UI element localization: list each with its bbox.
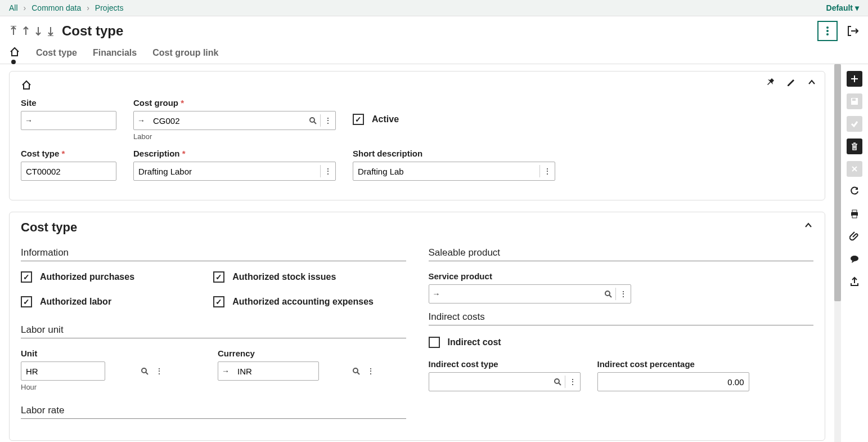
indirect-cost-label: Indirect cost bbox=[448, 337, 501, 347]
goto-icon[interactable]: → bbox=[218, 367, 233, 376]
currency-input[interactable] bbox=[233, 362, 349, 380]
dots-vertical-icon[interactable]: ⋮ bbox=[565, 377, 580, 386]
indirect-cost-type-input-wrap: ⋮ bbox=[429, 372, 581, 391]
nav-arrows bbox=[9, 26, 55, 36]
scrollbar-thumb[interactable] bbox=[834, 64, 841, 301]
dots-vertical-icon bbox=[826, 26, 829, 36]
auth-labor-label: Authorized labor bbox=[40, 297, 111, 307]
auth-stock-checkbox[interactable] bbox=[213, 271, 224, 283]
short-desc-input[interactable] bbox=[353, 162, 539, 180]
auth-acct-checkbox[interactable] bbox=[213, 296, 224, 307]
exit-icon[interactable] bbox=[847, 25, 859, 37]
next-record-icon[interactable] bbox=[34, 26, 43, 36]
breadcrumb-projects[interactable]: Projects bbox=[95, 3, 124, 12]
left-column: Information Authorized purchases Authori… bbox=[21, 244, 406, 429]
short-desc-input-wrap: ⋮ bbox=[353, 162, 555, 181]
search-icon[interactable] bbox=[305, 117, 320, 124]
saleable-title: Saleable product bbox=[429, 247, 814, 261]
right-sidebar bbox=[841, 64, 868, 442]
unit-input-wrap: ⋮ bbox=[21, 361, 105, 381]
cancel-button[interactable] bbox=[847, 161, 862, 177]
cost-group-input[interactable] bbox=[149, 111, 305, 130]
cost-group-input-wrap: → ⋮ bbox=[133, 111, 336, 130]
site-label: Site bbox=[21, 98, 116, 108]
prev-record-icon[interactable] bbox=[21, 26, 30, 36]
svg-point-6 bbox=[353, 368, 358, 373]
save-button[interactable] bbox=[847, 93, 862, 109]
breadcrumb-all[interactable]: All bbox=[9, 3, 18, 12]
svg-rect-12 bbox=[852, 210, 857, 212]
section-title: Cost type bbox=[21, 220, 813, 235]
indirect-cost-type-input[interactable] bbox=[429, 373, 550, 391]
dots-vertical-icon[interactable]: ⋮ bbox=[152, 367, 167, 376]
active-checkbox[interactable] bbox=[353, 114, 364, 125]
svg-rect-10 bbox=[852, 99, 856, 101]
site-input-wrap: → ⋮ bbox=[21, 111, 116, 130]
pin-icon[interactable] bbox=[766, 77, 776, 87]
description-input[interactable] bbox=[134, 162, 320, 180]
chevron-up-icon[interactable] bbox=[807, 77, 817, 87]
tab-cost-group-link[interactable]: Cost group link bbox=[152, 46, 218, 60]
auth-purchases-checkbox[interactable] bbox=[21, 271, 32, 283]
right-column: Saleable product Service product → ⋮ Ind… bbox=[429, 244, 814, 429]
dots-vertical-icon[interactable]: ⋮ bbox=[321, 116, 335, 125]
indirect-cost-type-label: Indirect cost type bbox=[429, 359, 581, 369]
tabs-row: Cost type Financials Cost group link bbox=[0, 46, 868, 64]
tab-cost-type[interactable]: Cost type bbox=[36, 46, 77, 60]
add-button[interactable] bbox=[847, 71, 862, 87]
information-title: Information bbox=[21, 247, 406, 261]
export-button[interactable] bbox=[847, 274, 862, 289]
goto-icon[interactable]: → bbox=[429, 289, 444, 298]
unit-input[interactable] bbox=[21, 362, 137, 380]
search-icon[interactable] bbox=[601, 290, 615, 298]
indirect-pct-label: Indirect cost percentage bbox=[597, 359, 749, 369]
page-title: Cost type bbox=[62, 23, 123, 39]
auth-labor-checkbox[interactable] bbox=[21, 296, 32, 307]
search-icon[interactable] bbox=[349, 367, 363, 375]
service-product-input[interactable] bbox=[444, 285, 601, 303]
chevron-up-icon[interactable] bbox=[803, 220, 813, 230]
chevron-right-icon: › bbox=[87, 3, 89, 12]
default-dropdown[interactable]: Default ▾ bbox=[826, 3, 859, 12]
comment-button[interactable] bbox=[847, 251, 862, 267]
home-tab[interactable] bbox=[9, 46, 20, 60]
search-icon[interactable] bbox=[137, 367, 152, 375]
edit-icon[interactable] bbox=[786, 77, 797, 87]
delete-button[interactable] bbox=[847, 139, 862, 154]
dots-vertical-icon[interactable]: ⋮ bbox=[616, 289, 631, 298]
breadcrumb-common-data[interactable]: Common data bbox=[32, 3, 81, 12]
scrollbar[interactable] bbox=[834, 64, 841, 442]
attach-button[interactable] bbox=[847, 229, 862, 244]
tab-indicator-dot bbox=[11, 60, 16, 64]
indirect-pct-input[interactable] bbox=[598, 373, 749, 391]
currency-input-wrap: → ⋮ bbox=[218, 361, 319, 381]
currency-label: Currency bbox=[218, 349, 319, 358]
dots-vertical-icon[interactable]: ⋮ bbox=[321, 167, 335, 176]
svg-point-8 bbox=[555, 379, 559, 383]
tab-financials[interactable]: Financials bbox=[93, 46, 137, 60]
print-button[interactable] bbox=[847, 206, 862, 222]
goto-icon[interactable]: → bbox=[134, 116, 149, 125]
dots-vertical-icon[interactable]: ⋮ bbox=[540, 167, 555, 176]
breadcrumb-bar: All › Common data › Projects Default ▾ bbox=[0, 0, 868, 16]
header-panel: Site → ⋮ Cost group → bbox=[9, 71, 825, 200]
dots-vertical-icon[interactable]: ⋮ bbox=[363, 367, 378, 376]
goto-icon[interactable]: → bbox=[21, 116, 36, 125]
auth-acct-label: Authorized accounting expenses bbox=[232, 297, 374, 307]
indirect-cost-checkbox[interactable] bbox=[429, 337, 440, 348]
more-actions-button[interactable] bbox=[817, 21, 838, 41]
default-label: Default bbox=[826, 3, 853, 12]
last-record-icon[interactable] bbox=[46, 26, 55, 36]
indirect-pct-input-wrap bbox=[597, 372, 749, 391]
cost-type-input[interactable] bbox=[21, 162, 137, 180]
short-desc-label: Short description bbox=[353, 149, 555, 158]
svg-point-1 bbox=[826, 30, 829, 32]
confirm-button[interactable] bbox=[847, 116, 862, 132]
chevron-right-icon: › bbox=[24, 3, 26, 12]
home-icon bbox=[21, 79, 32, 91]
cost-type-input-wrap bbox=[21, 162, 116, 181]
cost-type-panel: Cost type Information Authorized purchas… bbox=[9, 212, 825, 441]
search-icon[interactable] bbox=[550, 378, 565, 386]
refresh-button[interactable] bbox=[847, 184, 862, 199]
first-record-icon[interactable] bbox=[9, 26, 18, 36]
